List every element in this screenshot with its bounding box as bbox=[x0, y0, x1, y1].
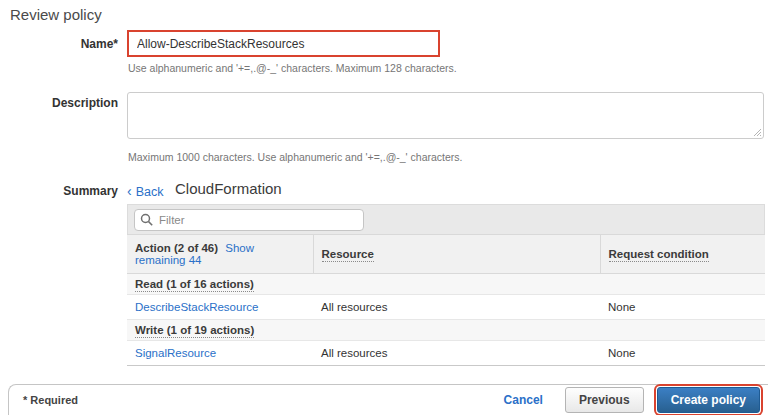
name-input[interactable] bbox=[127, 30, 440, 57]
resource-header-label: Resource bbox=[322, 248, 374, 262]
create-policy-button[interactable]: Create policy bbox=[657, 387, 760, 413]
previous-button[interactable]: Previous bbox=[565, 387, 644, 413]
column-header-request-condition: Request condition bbox=[600, 235, 765, 274]
chevron-left-icon: ‹ bbox=[127, 183, 132, 199]
name-help-text: Use alphanumeric and '+=,.@-_' character… bbox=[128, 62, 457, 74]
summary-label: Summary bbox=[0, 184, 118, 198]
column-header-action: Action (2 of 46) Show remaining 44 bbox=[127, 235, 313, 274]
action-count-label: Action (2 of 46) bbox=[135, 242, 218, 254]
cancel-link[interactable]: Cancel bbox=[504, 393, 543, 407]
filter-input[interactable] bbox=[134, 209, 364, 231]
table-row: SignalResource All resources None bbox=[127, 341, 765, 366]
required-note: * Required bbox=[23, 394, 78, 406]
action-link-signalresource[interactable]: SignalResource bbox=[135, 347, 216, 359]
resource-cell: All resources bbox=[313, 295, 600, 320]
description-field-wrap bbox=[127, 92, 764, 139]
filter-bar bbox=[127, 204, 765, 234]
back-link-label: Back bbox=[136, 185, 164, 199]
group-row-read: Read (1 of 16 actions) bbox=[127, 274, 765, 295]
filter-input-wrap bbox=[134, 209, 364, 231]
search-icon bbox=[140, 213, 154, 227]
table-header-row: Action (2 of 46) Show remaining 44 Resou… bbox=[127, 235, 765, 274]
action-link-describestackresource[interactable]: DescribeStackResource bbox=[135, 301, 258, 313]
permissions-table: Action (2 of 46) Show remaining 44 Resou… bbox=[127, 234, 765, 366]
footer-actions: Cancel Previous Create policy bbox=[504, 387, 768, 413]
summary-panel: Action (2 of 46) Show remaining 44 Resou… bbox=[127, 204, 765, 366]
column-header-resource: Resource bbox=[313, 235, 600, 274]
description-textarea[interactable] bbox=[127, 92, 764, 139]
description-label: Description bbox=[0, 96, 118, 110]
review-policy-page: Review policy Name* Use alphanumeric and… bbox=[0, 0, 768, 415]
write-group-label: Write (1 of 19 actions) bbox=[135, 324, 254, 338]
back-link[interactable]: ‹Back bbox=[127, 183, 163, 199]
group-row-write: Write (1 of 19 actions) bbox=[127, 320, 765, 341]
footer-bar: * Required Cancel Previous Create policy bbox=[8, 384, 768, 415]
condition-cell: None bbox=[600, 341, 765, 366]
name-label: Name* bbox=[0, 37, 118, 51]
resource-cell: All resources bbox=[313, 341, 600, 366]
condition-cell: None bbox=[600, 295, 765, 320]
request-condition-header-label: Request condition bbox=[609, 248, 709, 262]
read-group-label: Read (1 of 16 actions) bbox=[135, 278, 254, 292]
service-title: CloudFormation bbox=[175, 180, 282, 197]
page-title: Review policy bbox=[10, 6, 102, 23]
description-help-text: Maximum 1000 characters. Use alphanumeri… bbox=[128, 151, 462, 163]
table-row: DescribeStackResource All resources None bbox=[127, 295, 765, 320]
